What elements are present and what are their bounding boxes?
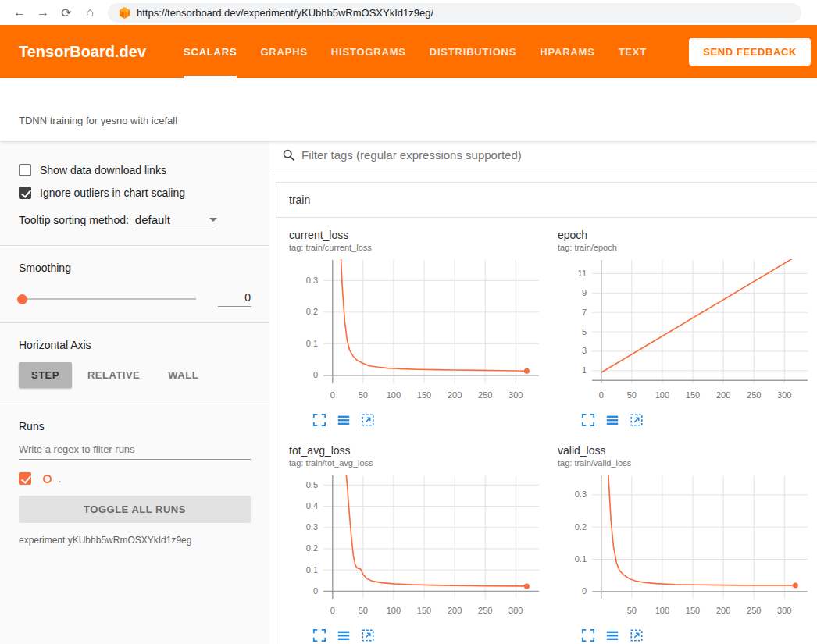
run-list-item[interactable]: . — [19, 472, 251, 485]
send-feedback-button[interactable]: SEND FEEDBACK — [689, 38, 811, 66]
fit-domain-icon[interactable] — [361, 413, 375, 427]
forward-button[interactable]: → — [31, 2, 55, 23]
forward-icon: → — [37, 5, 49, 20]
svg-text:7: 7 — [582, 308, 587, 317]
home-button[interactable]: ⌂ — [78, 2, 102, 23]
svg-text:0: 0 — [582, 586, 587, 596]
chart-title: current_loss — [289, 229, 547, 241]
divider — [0, 404, 269, 404]
axis-wall-button[interactable]: WALL — [155, 362, 211, 388]
expand-chart-icon[interactable] — [312, 413, 326, 427]
tab-graphs[interactable]: GRAPHS — [260, 25, 307, 78]
svg-text:100: 100 — [387, 390, 401, 400]
svg-text:0.3: 0.3 — [306, 522, 318, 532]
svg-text:150: 150 — [417, 390, 431, 400]
log-scale-icon[interactable] — [337, 628, 351, 642]
url-text: https://tensorboard.dev/experiment/yKUbh… — [137, 7, 433, 19]
svg-text:9: 9 — [582, 288, 587, 297]
show-download-links-label: Show data download links — [40, 164, 166, 176]
expand-chart-icon[interactable] — [581, 628, 595, 642]
horizontal-axis-buttons: STEP RELATIVE WALL — [19, 362, 251, 388]
reload-button[interactable]: ⟳ — [55, 2, 78, 23]
back-icon: ← — [13, 5, 26, 20]
svg-text:0.2: 0.2 — [575, 522, 587, 532]
svg-text:150: 150 — [417, 606, 431, 615]
tab-hparams[interactable]: HPARAMS — [540, 25, 594, 78]
svg-text:11: 11 — [578, 269, 587, 278]
reload-icon: ⟳ — [61, 5, 71, 20]
tensorboard-favicon — [119, 7, 130, 19]
log-scale-icon[interactable] — [605, 413, 619, 427]
svg-text:150: 150 — [686, 606, 700, 615]
svg-text:3: 3 — [582, 346, 587, 355]
chart-plot[interactable]: 0501001502002503001357911 — [558, 255, 815, 411]
tooltip-sorting-value: default — [135, 213, 203, 226]
chart-card-current-loss: current_loss tag: train/current_loss 050… — [289, 229, 547, 427]
svg-text:150: 150 — [686, 390, 700, 400]
chart-toolbar — [312, 628, 547, 642]
search-icon — [282, 148, 295, 162]
svg-text:1: 1 — [582, 365, 587, 375]
slider-thumb[interactable] — [17, 294, 27, 304]
svg-text:300: 300 — [777, 606, 791, 615]
svg-text:0: 0 — [313, 370, 318, 379]
svg-text:300: 300 — [508, 390, 523, 400]
expand-chart-icon[interactable] — [581, 413, 595, 427]
svg-text:100: 100 — [387, 606, 401, 615]
settings-sidebar: Show data download links Ignore outliers… — [0, 141, 269, 644]
chart-tag: tag: train/tot_avg_loss — [289, 458, 547, 468]
charts-grid: current_loss tag: train/current_loss 050… — [276, 218, 817, 644]
log-scale-icon[interactable] — [605, 628, 619, 642]
axis-relative-button[interactable]: RELATIVE — [75, 362, 152, 388]
svg-text:50: 50 — [359, 606, 368, 615]
svg-text:300: 300 — [508, 606, 523, 615]
svg-text:50: 50 — [627, 390, 637, 400]
app-header: TensorBoard.dev SCALARS GRAPHS HISTOGRAM… — [0, 25, 817, 78]
address-bar[interactable]: https://tensorboard.dev/experiment/yKUbh… — [108, 3, 801, 23]
checkbox-checked-icon[interactable] — [19, 187, 31, 199]
axis-step-button[interactable]: STEP — [19, 362, 72, 388]
svg-text:250: 250 — [747, 390, 761, 400]
tab-distributions[interactable]: DISTRIBUTIONS — [430, 25, 517, 78]
svg-text:250: 250 — [478, 390, 492, 400]
tooltip-sorting-dropdown[interactable]: default — [135, 213, 217, 229]
chart-plot[interactable]: 05010015020025030000.10.20.3 — [289, 255, 547, 411]
svg-text:200: 200 — [448, 390, 462, 400]
chart-plot[interactable]: 5010015020025030000.10.20.3 — [558, 471, 815, 627]
tag-filter-input[interactable] — [301, 148, 805, 162]
svg-text:0: 0 — [330, 606, 335, 615]
fit-domain-icon[interactable] — [630, 413, 644, 427]
toggle-all-runs-button[interactable]: TOGGLE ALL RUNS — [19, 496, 251, 523]
run-checkbox-icon[interactable] — [19, 472, 31, 485]
chart-card-epoch: epoch tag: train/epoch 05010015020025030… — [558, 229, 815, 427]
experiment-description: TDNN training for yesno with icefall — [19, 115, 177, 126]
app-logo[interactable]: TensorBoard.dev — [19, 43, 146, 61]
chart-tag: tag: train/epoch — [558, 243, 815, 252]
log-scale-icon[interactable] — [337, 413, 351, 427]
svg-text:0.1: 0.1 — [306, 565, 318, 575]
tag-group-title[interactable]: train — [276, 183, 817, 218]
experiment-caption: experiment yKUbhb5wRmOSXYkId1z9eg — [19, 535, 251, 546]
svg-text:50: 50 — [359, 390, 368, 400]
chart-toolbar — [581, 628, 815, 642]
smoothing-slider[interactable] — [19, 298, 196, 300]
svg-text:0.2: 0.2 — [306, 543, 318, 553]
svg-text:0.5: 0.5 — [306, 480, 318, 489]
tab-scalars[interactable]: SCALARS — [184, 25, 237, 78]
fit-domain-icon[interactable] — [361, 628, 375, 642]
svg-text:200: 200 — [716, 606, 730, 615]
expand-chart-icon[interactable] — [312, 628, 326, 642]
tab-text[interactable]: TEXT — [619, 25, 647, 78]
fit-domain-icon[interactable] — [630, 628, 644, 642]
chart-tag: tag: train/valid_loss — [558, 458, 815, 468]
runs-filter-input[interactable] — [19, 439, 251, 460]
back-button[interactable]: ← — [8, 2, 31, 23]
ignore-outliers-checkbox-row[interactable]: Ignore outliers in chart scaling — [19, 187, 251, 199]
svg-text:0.2: 0.2 — [306, 307, 318, 316]
tab-histograms[interactable]: HISTOGRAMS — [331, 25, 406, 78]
show-download-links-checkbox-row[interactable]: Show data download links — [19, 164, 251, 176]
home-icon: ⌂ — [86, 5, 94, 20]
checkbox-unchecked-icon[interactable] — [19, 164, 31, 176]
smoothing-value[interactable]: 0 — [218, 291, 251, 307]
chart-plot[interactable]: 05010015020025030000.10.20.30.40.5 — [289, 471, 547, 627]
